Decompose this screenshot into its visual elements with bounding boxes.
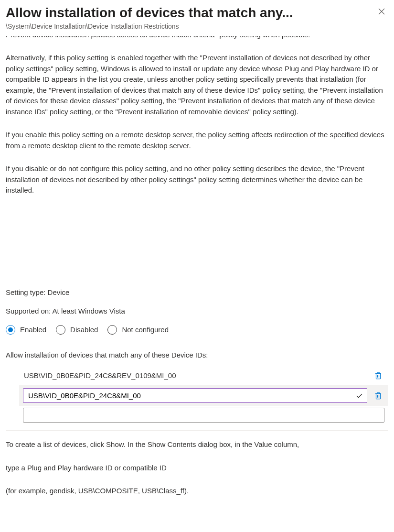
policy-settings-panel: Allow installation of devices that match… <box>0 0 394 521</box>
footer-paragraph: (for example, gendisk, USB\COMPOSITE, US… <box>6 486 388 497</box>
radio-label: Not configured <box>122 325 169 335</box>
trash-icon <box>374 371 383 380</box>
footer-paragraph: type a Plug and Play hardware ID or comp… <box>6 463 388 474</box>
footer-paragraph: To create a list of devices, click Show.… <box>6 439 388 450</box>
description-content: target Windows 10 versions. It is recomm… <box>6 36 388 208</box>
footer-help-text: To create a list of devices, click Show.… <box>6 439 388 497</box>
device-ids-label: Allow installation of devices that match… <box>6 350 388 360</box>
page-title: Allow installation of devices that match… <box>6 5 293 21</box>
state-radio-group: Enabled Disabled Not configured <box>6 325 388 335</box>
description-viewport[interactable]: target Windows 10 versions. It is recomm… <box>6 36 388 279</box>
breadcrumb: \System\Device Installation\Device Insta… <box>6 22 388 32</box>
device-id-value[interactable]: USB\VID_0B0E&PID_24C8&REV_0109&MI_00 <box>23 369 367 382</box>
device-id-row: USB\VID_0B0E&PID_24C8&REV_0109&MI_00 <box>19 366 388 385</box>
device-id-row <box>19 385 388 406</box>
trash-icon <box>374 391 383 400</box>
setting-type-label: Setting type: Device <box>6 287 388 297</box>
device-id-new-input[interactable] <box>23 408 384 423</box>
device-id-list: USB\VID_0B0E&PID_24C8&REV_0109&MI_00 <box>6 366 388 425</box>
description-paragraph: If you disable or do not configure this … <box>6 163 388 196</box>
device-id-row-new <box>19 406 388 425</box>
radio-not-configured[interactable]: Not configured <box>107 325 169 335</box>
radio-label: Enabled <box>20 325 46 335</box>
close-icon <box>378 8 385 15</box>
delete-row-button[interactable] <box>372 369 384 382</box>
radio-icon <box>56 325 65 335</box>
description-paragraph: target Windows 10 versions. It is recomm… <box>6 36 388 40</box>
section-divider <box>6 430 388 431</box>
delete-row-button[interactable] <box>372 390 384 402</box>
radio-enabled[interactable]: Enabled <box>6 325 46 335</box>
description-paragraph: Alternatively, if this policy setting is… <box>6 53 388 117</box>
supported-on-label: Supported on: At least Windows Vista <box>6 306 388 316</box>
device-id-input[interactable] <box>23 388 367 403</box>
radio-icon <box>107 325 117 335</box>
panel-header: Allow installation of devices that match… <box>6 0 388 21</box>
description-paragraph: If you enable this policy setting on a r… <box>6 130 388 151</box>
close-button[interactable] <box>375 5 388 18</box>
device-id-edit-wrap <box>23 388 367 403</box>
radio-label: Disabled <box>70 325 98 335</box>
radio-disabled[interactable]: Disabled <box>56 325 98 335</box>
radio-icon <box>6 325 15 335</box>
